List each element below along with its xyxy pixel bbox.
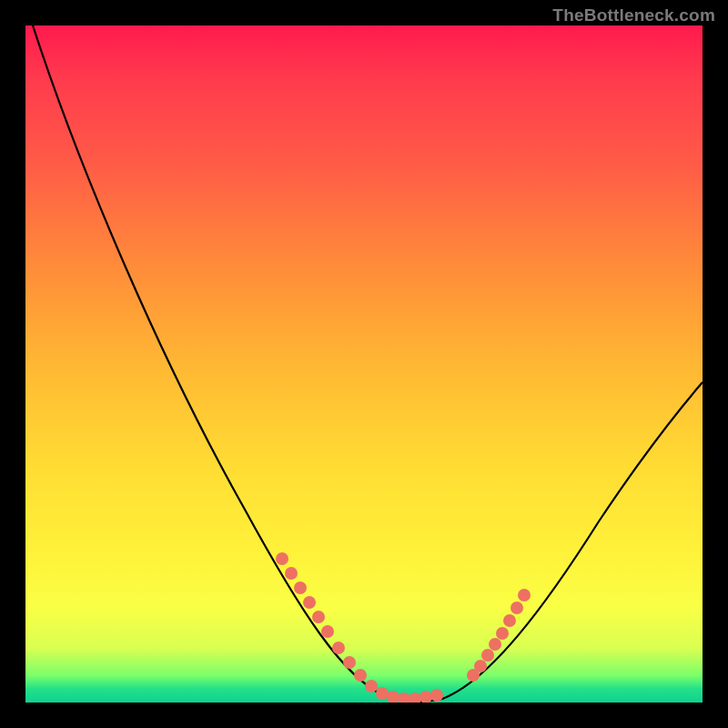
plot-area [25,25,703,703]
svg-point-9 [365,680,378,693]
svg-point-11 [387,691,399,703]
svg-point-23 [518,589,531,602]
svg-point-21 [503,614,516,627]
svg-point-6 [332,642,345,654]
curve-layer [25,25,703,703]
svg-point-0 [276,552,288,565]
svg-point-4 [312,611,325,623]
svg-point-22 [511,602,523,614]
watermark-text: TheBottleneck.com [552,5,715,25]
bottleneck-curve [33,25,703,702]
svg-point-18 [481,649,494,662]
svg-point-14 [420,691,432,703]
svg-point-19 [489,638,501,651]
marker-cluster-right [467,589,531,682]
svg-point-20 [496,627,509,640]
svg-point-5 [321,625,334,638]
svg-point-10 [376,687,389,700]
svg-point-8 [354,669,367,682]
svg-point-1 [285,567,298,580]
svg-point-2 [294,581,307,594]
marker-cluster-left [276,552,443,703]
svg-point-17 [474,660,487,672]
svg-point-12 [398,693,410,703]
chart-frame: TheBottleneck.com [0,0,728,728]
svg-point-15 [430,689,443,702]
svg-point-3 [303,596,316,609]
svg-point-7 [343,656,356,669]
svg-point-13 [409,693,421,703]
